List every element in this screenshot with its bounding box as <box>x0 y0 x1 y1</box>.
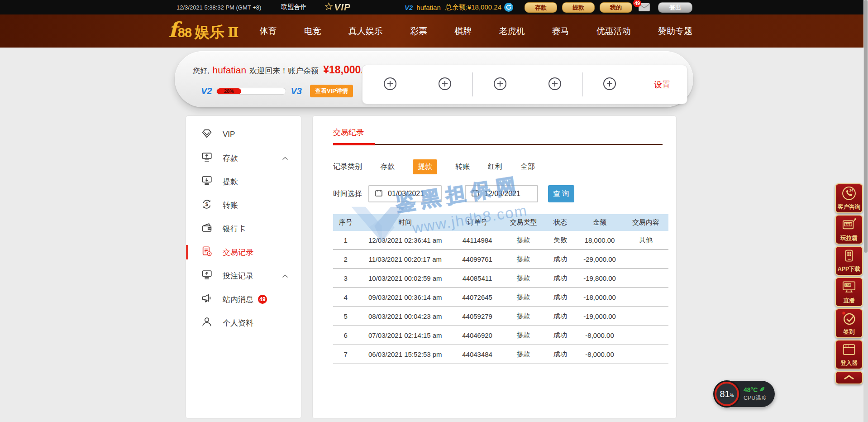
nav-item[interactable]: 电竞 <box>304 25 321 37</box>
nav-item[interactable]: 彩票 <box>410 25 427 37</box>
cell-amount: -18,000.00 <box>576 288 623 307</box>
nav-item[interactable]: 体育 <box>260 25 277 37</box>
cell-content <box>623 307 668 326</box>
app-download-button[interactable]: APP下载 <box>835 246 863 276</box>
date-label: 时间选择 <box>333 189 362 199</box>
cell-amount: -19,800.00 <box>576 269 623 288</box>
customer-service-button[interactable]: 24 客户咨询 <box>835 183 863 213</box>
site-logo[interactable]: f88娱乐Ⅱ <box>168 19 239 43</box>
greeting-username: hufatian <box>212 65 246 76</box>
sidebar-item-withdraw[interactable]: 提款 <box>186 170 301 193</box>
withdraw-button[interactable]: 提款 <box>562 2 595 13</box>
sidebar-item-bank-card[interactable]: 银行卡 <box>186 217 301 240</box>
filter-option[interactable]: 全部 <box>520 162 535 172</box>
nav-item[interactable]: 老虎机 <box>499 25 525 37</box>
cpu-temperature: 48°C <box>744 386 758 393</box>
cell-no: 5 <box>333 307 358 326</box>
filter-option[interactable]: 转账 <box>455 162 470 172</box>
datetime: 12/3/2021 5:38:32 PM (GMT +8) <box>176 4 261 11</box>
refresh-icon[interactable] <box>504 3 513 12</box>
cell-status: 失败 <box>544 231 576 250</box>
query-button[interactable]: 查 询 <box>548 185 574 202</box>
launcher-button[interactable]: 登入器 <box>835 340 863 369</box>
cpu-monitor-widget: 81% 48°C CPU温度 <box>714 381 775 407</box>
sidebar: VIP 存款 提款 $ 转账 银行卡 交易记录 投注记录 <box>186 115 301 419</box>
slots-button[interactable]: 777 玩拉霸 <box>835 215 863 245</box>
cell-order: 44059279 <box>452 307 502 326</box>
quick-add-slot[interactable] <box>527 65 582 104</box>
quick-add-slot[interactable] <box>582 65 637 104</box>
settings-button[interactable]: 设置 <box>637 65 687 104</box>
cell-content <box>623 250 668 269</box>
chevron-up-icon[interactable] <box>282 272 288 280</box>
cell-no: 3 <box>333 269 358 288</box>
nav-item[interactable]: 赛马 <box>552 25 569 37</box>
sidebar-item-vip[interactable]: VIP <box>186 123 301 146</box>
cell-content <box>623 288 668 307</box>
date-to-input[interactable]: 12/03/2021 <box>465 185 538 202</box>
table-row: 5 08/03/2021 00:04:23 am 44059279 提款 成功 … <box>333 307 668 326</box>
vip-diamond-icon <box>201 128 213 141</box>
alliance-link[interactable]: 联盟合作 <box>281 3 306 11</box>
cell-time: 10/03/2021 00:02:59 am <box>358 269 452 288</box>
scrollbar[interactable] <box>863 0 868 422</box>
vip-progress: V2 28% V3 查看VIP详情 <box>201 85 353 97</box>
cell-no: 4 <box>333 288 358 307</box>
date-from-input[interactable]: 01/03/2021 <box>368 185 442 202</box>
mail-icon[interactable]: 49 <box>639 3 650 11</box>
date-range-row: 时间选择 01/03/2021 – 12/03/2021 查 询 <box>333 185 663 202</box>
cell-amount: -29,000.00 <box>576 250 623 269</box>
transaction-record-icon <box>201 245 213 259</box>
filter-label: 记录类别 <box>333 162 362 172</box>
cell-content <box>623 345 668 364</box>
sidebar-item-transfer[interactable]: $ 转账 <box>186 193 301 217</box>
sidebar-item-deposit[interactable]: 存款 <box>186 146 301 170</box>
quick-add-slot[interactable] <box>362 65 417 104</box>
quick-add-slot[interactable] <box>417 65 472 104</box>
sidebar-item-transaction-record[interactable]: 交易记录 <box>186 240 301 264</box>
record-type-filters: 记录类别 存款提款转账红利全部 <box>333 159 663 174</box>
megaphone-icon <box>201 293 213 306</box>
sidebar-item-bet-record[interactable]: 投注记录 <box>186 264 301 288</box>
bank-card-icon <box>201 222 213 235</box>
scrollbar-thumb[interactable] <box>864 0 868 253</box>
mine-button[interactable]: 我的 <box>600 2 632 13</box>
collapse-button[interactable] <box>835 371 863 384</box>
cell-type: 提款 <box>502 288 544 307</box>
nav-item[interactable]: 棋牌 <box>454 25 472 37</box>
nav-item[interactable]: 优惠活动 <box>596 25 631 37</box>
cell-type: 提款 <box>502 269 544 288</box>
chevron-up-icon[interactable] <box>282 154 288 162</box>
table-row: 7 06/03/2021 15:52:53 pm 44043484 提款 成功 … <box>333 345 668 364</box>
vip-detail-button[interactable]: 查看VIP详情 <box>310 85 353 97</box>
check-in-button[interactable]: 签到 <box>835 308 863 338</box>
transfer-icon: $ <box>201 198 213 212</box>
plus-circle-icon <box>438 77 452 93</box>
tab-transaction-records[interactable]: 交易纪录 <box>333 127 364 138</box>
quick-add-slot[interactable] <box>472 65 527 104</box>
filter-option[interactable]: 提款 <box>413 159 437 174</box>
deposit-button[interactable]: 存款 <box>525 2 557 13</box>
logout-button[interactable]: 登出 <box>658 2 692 13</box>
live-button[interactable]: LIVE 直播 <box>835 277 863 307</box>
cell-status: 成功 <box>544 326 576 345</box>
cell-status: 成功 <box>544 307 576 326</box>
mobile-app-icon <box>842 249 856 265</box>
sidebar-item-messages[interactable]: 站内消息 49 <box>186 288 301 311</box>
filter-option[interactable]: 存款 <box>380 162 395 172</box>
profile-icon <box>201 316 213 330</box>
filter-option[interactable]: 红利 <box>488 162 502 172</box>
launcher-window-icon <box>841 342 857 359</box>
cell-time: 09/03/2021 00:36:14 am <box>358 288 452 307</box>
cell-amount: -8,000.00 <box>576 345 623 364</box>
cell-amount: 18,000.00 <box>576 231 623 250</box>
nav-item[interactable]: 赞助专题 <box>658 25 692 37</box>
nav-item[interactable]: 真人娱乐 <box>348 25 383 37</box>
vip-logo[interactable]: VIP <box>324 2 351 13</box>
cell-order: 44099761 <box>452 250 502 269</box>
cell-status: 成功 <box>544 269 576 288</box>
cell-no: 1 <box>333 231 358 250</box>
check-in-icon <box>841 311 857 328</box>
cpu-usage-ring: 81% <box>715 382 739 406</box>
sidebar-item-profile[interactable]: 个人资料 <box>186 311 301 335</box>
